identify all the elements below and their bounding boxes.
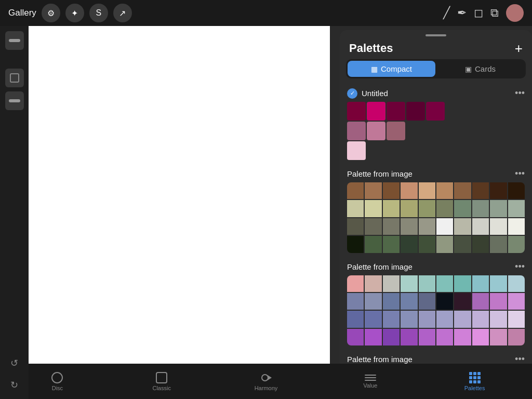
swatch[interactable] xyxy=(490,275,507,292)
swatch[interactable] xyxy=(490,218,507,235)
swatch[interactable] xyxy=(347,122,366,140)
swatch[interactable] xyxy=(347,141,366,160)
sidebar-slider-bottom[interactable] xyxy=(5,91,24,110)
transform-button[interactable]: ↗ xyxy=(113,4,132,22)
swatch[interactable] xyxy=(401,218,417,235)
swatch[interactable] xyxy=(401,236,417,252)
swatch[interactable] xyxy=(401,200,417,217)
settings-button[interactable]: ⚙ xyxy=(42,4,60,22)
swatch[interactable] xyxy=(508,311,525,327)
swatch[interactable] xyxy=(436,329,453,345)
swatch[interactable] xyxy=(472,275,489,292)
swatch[interactable] xyxy=(436,275,453,292)
swatch[interactable] xyxy=(508,329,525,345)
swatch[interactable] xyxy=(490,329,507,345)
swatch[interactable] xyxy=(387,122,405,140)
tab-compact[interactable]: ▦ Compact xyxy=(348,61,435,77)
swatch[interactable] xyxy=(454,329,471,345)
nav-value[interactable]: Value xyxy=(318,375,422,389)
swatch[interactable] xyxy=(347,200,364,217)
swatch[interactable] xyxy=(347,293,364,310)
smudge-button[interactable]: S xyxy=(89,4,108,22)
tab-cards[interactable]: ▣ Cards xyxy=(436,61,524,77)
palette-untitled-more[interactable]: ••• xyxy=(515,88,525,99)
swatch[interactable] xyxy=(454,218,471,235)
swatch[interactable] xyxy=(347,218,364,235)
swatch[interactable] xyxy=(454,293,471,310)
swatch[interactable] xyxy=(419,236,435,252)
swatch[interactable] xyxy=(365,236,381,252)
swatch[interactable] xyxy=(365,293,381,310)
swatch[interactable] xyxy=(419,293,435,310)
gallery-button[interactable]: Gallery xyxy=(8,8,36,18)
swatch[interactable] xyxy=(401,182,417,199)
swatch[interactable] xyxy=(365,311,381,327)
swatch[interactable] xyxy=(401,275,417,292)
adjustments-button[interactable]: ✦ xyxy=(65,4,84,22)
swatch[interactable] xyxy=(383,329,400,345)
swatch[interactable] xyxy=(508,182,525,199)
swatch[interactable] xyxy=(383,293,400,310)
swatch[interactable] xyxy=(472,293,489,310)
swatch[interactable] xyxy=(454,236,471,252)
swatch[interactable] xyxy=(419,182,435,199)
swatch[interactable] xyxy=(426,102,445,121)
swatch[interactable] xyxy=(367,122,385,140)
pen-tool-icon[interactable]: ╱ xyxy=(443,6,450,20)
swatch[interactable] xyxy=(419,218,435,235)
swatch[interactable] xyxy=(365,218,381,235)
swatch[interactable] xyxy=(508,293,525,310)
swatch[interactable] xyxy=(365,275,381,292)
eraser-tool-icon[interactable]: ◻ xyxy=(474,6,483,20)
layers-tool-icon[interactable]: ⧉ xyxy=(490,6,499,20)
swatch[interactable] xyxy=(508,218,525,235)
swatch[interactable] xyxy=(383,200,400,217)
swatch[interactable] xyxy=(472,236,489,252)
swatch[interactable] xyxy=(401,293,417,310)
swatch[interactable] xyxy=(454,275,471,292)
swatch[interactable] xyxy=(490,200,507,217)
palette-image-1-more[interactable]: ••• xyxy=(515,168,525,179)
swatch[interactable] xyxy=(508,200,525,217)
swatch[interactable] xyxy=(383,182,400,199)
swatch[interactable] xyxy=(454,182,471,199)
swatch[interactable] xyxy=(365,200,381,217)
swatch[interactable] xyxy=(387,102,405,121)
swatch[interactable] xyxy=(436,182,453,199)
swatch[interactable] xyxy=(436,311,453,327)
swatch[interactable] xyxy=(419,329,435,345)
nav-palettes[interactable]: Palettes xyxy=(422,372,527,391)
sidebar-slider-top[interactable] xyxy=(5,31,24,50)
sidebar-shape-tool[interactable] xyxy=(5,69,24,87)
swatch[interactable] xyxy=(508,236,525,252)
swatch[interactable] xyxy=(383,311,400,327)
drawing-canvas[interactable] xyxy=(29,26,330,399)
swatch[interactable] xyxy=(419,200,435,217)
palette-check-icon[interactable]: ✓ xyxy=(347,88,357,99)
swatch[interactable] xyxy=(367,102,385,121)
swatch[interactable] xyxy=(365,329,381,345)
swatch[interactable] xyxy=(472,329,489,345)
swatch[interactable] xyxy=(508,275,525,292)
swatch[interactable] xyxy=(347,329,364,345)
swatch[interactable] xyxy=(472,182,489,199)
undo-button[interactable]: ↺ xyxy=(7,354,21,372)
swatch[interactable] xyxy=(383,236,400,252)
swatch[interactable] xyxy=(454,311,471,327)
swatch[interactable] xyxy=(436,236,453,252)
redo-button[interactable]: ↻ xyxy=(7,376,21,394)
swatch[interactable] xyxy=(347,275,364,292)
swatch[interactable] xyxy=(472,218,489,235)
swatch[interactable] xyxy=(472,311,489,327)
swatch[interactable] xyxy=(401,311,417,327)
swatch[interactable] xyxy=(347,102,366,121)
swatch[interactable] xyxy=(490,182,507,199)
nav-classic[interactable]: Classic xyxy=(110,372,214,391)
swatch[interactable] xyxy=(436,293,453,310)
swatch[interactable] xyxy=(436,218,453,235)
swatch[interactable] xyxy=(419,275,435,292)
swatch[interactable] xyxy=(490,311,507,327)
swatch[interactable] xyxy=(347,236,364,252)
swatch[interactable] xyxy=(383,275,400,292)
add-palette-button[interactable]: + xyxy=(515,42,523,55)
